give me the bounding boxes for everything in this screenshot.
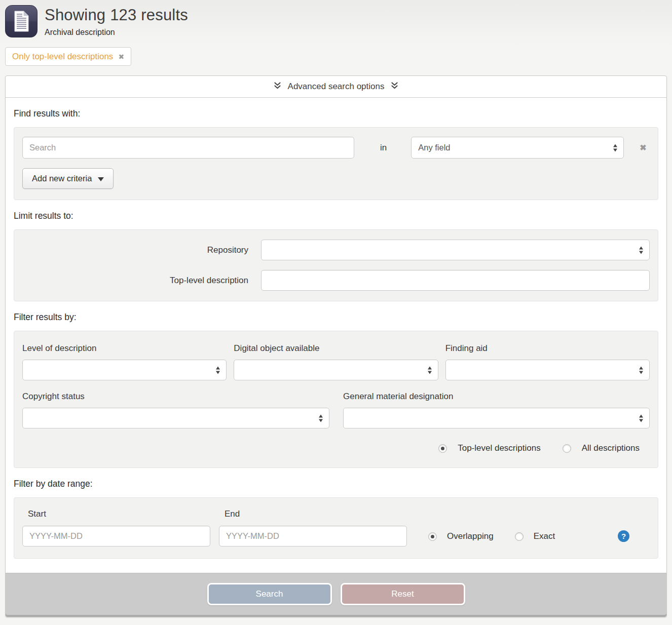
select-spinner-icon: [639, 414, 643, 422]
remove-criteria-icon[interactable]: ✖: [640, 143, 646, 152]
double-chevron-down-icon: [274, 82, 281, 92]
general-material-designation-label: General material designation: [343, 392, 650, 402]
copyright-status-select[interactable]: [22, 408, 329, 428]
select-spinner-icon: [613, 144, 617, 151]
add-new-criteria-label: Add new criteria: [32, 174, 92, 183]
active-filter-tag-label: Only top-level descriptions: [12, 52, 113, 62]
panel-footer: Search Reset: [6, 573, 666, 617]
advanced-search-toggle[interactable]: Advanced search options: [6, 76, 666, 98]
advanced-search-toggle-label: Advanced search options: [288, 82, 385, 92]
advanced-search-body: Find results with: in Any field ✖ Add ne…: [6, 108, 666, 573]
end-date-input[interactable]: [219, 526, 407, 546]
section-label-criteria: Find results with:: [14, 108, 658, 119]
start-date-input[interactable]: [22, 526, 210, 546]
level-of-description-label: Level of description: [22, 343, 227, 354]
top-level-description-row: Top-level description: [22, 270, 650, 291]
search-button[interactable]: Search: [207, 583, 332, 605]
add-new-criteria-button[interactable]: Add new criteria: [22, 168, 114, 189]
field-select[interactable]: Any field: [411, 137, 624, 159]
help-icon[interactable]: ?: [618, 530, 629, 542]
page: Showing 123 results Archival description…: [0, 0, 672, 617]
digital-object-available-label: Digital object available: [234, 343, 438, 354]
remove-filter-icon[interactable]: ✖: [118, 53, 124, 61]
repository-select[interactable]: [261, 240, 650, 260]
criteria-row: in Any field ✖: [22, 137, 650, 159]
description-scope-radios: Top-level descriptions All descriptions: [22, 443, 650, 453]
section-label-filters: Filter results by:: [14, 312, 658, 323]
top-level-description-input[interactable]: [261, 270, 650, 291]
section-label-date-range: Filter by date range:: [14, 479, 658, 489]
archival-description-icon: [5, 5, 38, 37]
select-spinner-icon: [216, 366, 220, 374]
radio-all-descriptions[interactable]: [563, 444, 571, 453]
radio-exact-label: Exact: [534, 531, 555, 541]
field-select-value: Any field: [418, 143, 450, 152]
radio-exact[interactable]: [515, 532, 524, 541]
in-label: in: [380, 143, 387, 153]
active-filter-tag: Only top-level descriptions ✖: [5, 47, 131, 66]
repository-row: Repository: [22, 240, 650, 260]
finding-aid-label: Finding aid: [445, 343, 650, 354]
select-spinner-icon: [428, 366, 432, 374]
date-match-radios: Overlapping Exact: [428, 531, 555, 541]
radio-top-level-descriptions-label: Top-level descriptions: [458, 443, 540, 453]
top-level-description-label: Top-level description: [22, 276, 261, 286]
search-input[interactable]: [22, 137, 354, 159]
end-date-label: End: [219, 509, 407, 519]
limits-panel: Repository Top-level description: [14, 229, 658, 301]
criteria-panel: in Any field ✖ Add new criteria: [14, 127, 658, 200]
advanced-search-panel: Advanced search options Find results wit…: [5, 75, 667, 617]
select-spinner-icon: [319, 414, 323, 422]
radio-overlapping-label: Overlapping: [447, 531, 494, 541]
filters-panel: Level of description Digital object avai…: [14, 331, 658, 468]
reset-button[interactable]: Reset: [341, 583, 465, 605]
radio-top-level-descriptions[interactable]: [438, 444, 447, 453]
select-spinner-icon: [639, 366, 643, 374]
page-title: Showing 123 results: [45, 6, 188, 24]
copyright-status-label: Copyright status: [22, 392, 329, 402]
double-chevron-down-icon: [391, 82, 398, 92]
general-material-designation-select[interactable]: [343, 408, 650, 428]
start-date-label: Start: [22, 509, 210, 519]
repository-label: Repository: [22, 245, 261, 255]
digital-object-available-select[interactable]: [234, 360, 438, 380]
section-label-limits: Limit results to:: [14, 211, 658, 221]
level-of-description-select[interactable]: [22, 360, 227, 380]
date-range-panel: Start End Overlapping Exact ?: [14, 497, 658, 559]
radio-all-descriptions-label: All descriptions: [582, 443, 640, 453]
page-subtitle: Archival description: [45, 28, 188, 37]
caret-down-icon: [98, 177, 104, 181]
results-header: Showing 123 results Archival description: [5, 5, 667, 37]
finding-aid-select[interactable]: [445, 360, 650, 380]
select-spinner-icon: [639, 246, 643, 254]
radio-overlapping[interactable]: [428, 532, 437, 541]
